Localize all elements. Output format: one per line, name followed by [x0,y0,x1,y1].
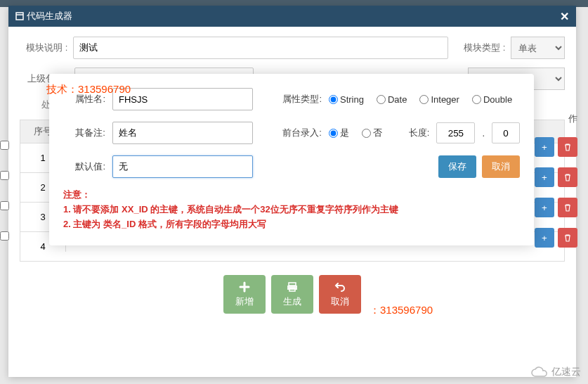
remark-label: 其备注: [63,127,105,139]
front-input-radios: 是 否 [329,127,382,139]
plus-icon: + [542,142,547,153]
radio-integer[interactable]: Integer [419,94,459,105]
attr-name-input[interactable] [112,88,253,110]
tech-overlay-2: ：313596790 [370,304,433,317]
cancel-button[interactable]: 取消 [482,155,520,178]
radio-no[interactable]: 否 [362,127,382,139]
module-desc-input[interactable] [73,37,448,59]
svg-rect-3 [287,286,297,290]
edit-button[interactable]: + [535,198,554,217]
svg-rect-2 [289,283,296,286]
warning-text: 注意： 1. 请不要添加 XX_ID 的主键，系统自动生成一个32位无序不重复字… [63,188,520,231]
radio-string[interactable]: String [329,94,364,105]
close-icon[interactable]: ✕ [560,10,569,23]
radio-yes[interactable]: 是 [329,127,349,139]
attr-type-label: 属性类型: [273,93,322,105]
save-button[interactable]: 保存 [438,155,476,178]
add-button[interactable]: 新增 [223,275,266,314]
remark-input[interactable] [112,122,253,144]
print-icon [287,281,298,293]
module-type-label: 模块类型 : [454,41,505,54]
cloud-icon [530,366,549,378]
actions-col-header: 作 [568,113,577,125]
row-checkbox[interactable] [0,231,9,241]
cancel-button[interactable]: 取消 [319,275,361,314]
svg-rect-0 [16,13,23,20]
row-checkbox[interactable] [0,141,9,150]
edit-button[interactable]: + [535,137,554,157]
delete-button[interactable] [558,228,577,248]
default-input[interactable] [112,155,253,178]
row-checkbox[interactable] [0,171,9,180]
length-label: 长度: [409,127,430,139]
row-checkbox[interactable] [0,201,9,210]
trash-icon [563,143,572,151]
modal-title: 代码生成器 [27,10,72,23]
default-label: 默认值: [63,160,105,173]
watermark: 亿速云 [530,366,581,378]
attribute-edit-dialog: 属性名: 属性类型: String Date Integer Double 其备… [49,74,534,245]
delete-button[interactable] [558,167,577,187]
length-input[interactable] [436,122,475,143]
module-desc-label: 模块说明 : [20,41,67,54]
radio-date[interactable]: Date [377,94,407,105]
module-type-select[interactable]: 单表 [511,37,565,59]
attr-type-radios: String Date Integer Double [329,94,512,105]
edit-button[interactable]: + [535,228,554,248]
delete-button[interactable] [558,198,577,217]
undo-icon [334,281,346,293]
radio-double[interactable]: Double [472,94,512,105]
delete-button[interactable] [558,137,577,157]
plus-icon [239,281,250,293]
length-decimal-input[interactable] [492,122,520,143]
modal-titlebar: 代码生成器 ✕ [8,6,576,27]
window-icon [15,12,24,20]
edit-button[interactable]: + [535,167,554,187]
tech-overlay-1: 技术：313596790 [46,83,131,96]
front-input-label: 前台录入: [273,127,322,139]
generate-button[interactable]: 生成 [271,275,313,314]
